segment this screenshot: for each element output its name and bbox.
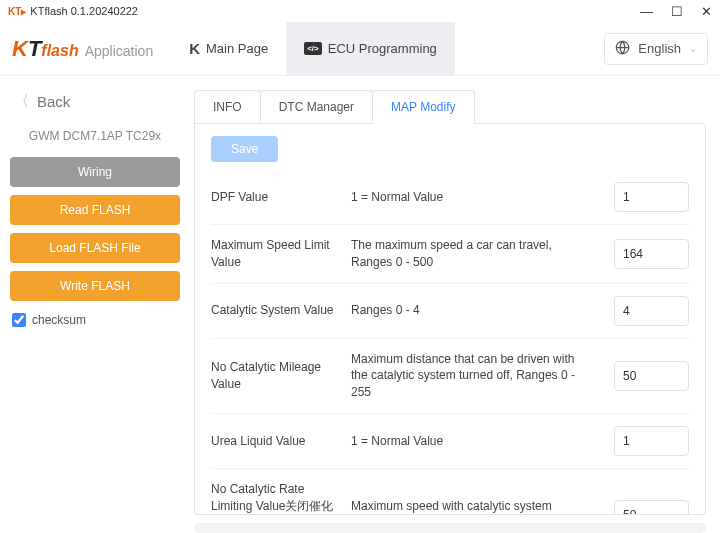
field-desc: Ranges 0 - 4 bbox=[351, 302, 604, 319]
k-icon: K bbox=[189, 40, 200, 57]
language-value: English bbox=[638, 41, 681, 56]
logo-mark: KTflash bbox=[12, 36, 79, 62]
wiring-button[interactable]: Wiring bbox=[10, 157, 180, 187]
field-row: No Catalytic Mileage ValueMaximum distan… bbox=[211, 339, 689, 414]
window-controls: — ☐ ✕ bbox=[640, 4, 712, 19]
window-titlebar: KT▸ KTflash 0.1.20240222 — ☐ ✕ bbox=[0, 0, 720, 22]
chevron-down-icon: ⌄ bbox=[689, 43, 697, 54]
read-flash-button[interactable]: Read FLASH bbox=[10, 195, 180, 225]
sidebar: 〈 Back GWM DCM7.1AP TC29x Wiring Read FL… bbox=[0, 76, 190, 533]
minimize-button[interactable]: — bbox=[640, 4, 653, 19]
nav-label: ECU Programming bbox=[328, 41, 437, 56]
field-row: No Catalytic Rate Limiting Value关闭催化系统时的… bbox=[211, 469, 689, 515]
tab-bar: INFO DTC Manager MAP Modify bbox=[194, 90, 706, 124]
checksum-checkbox[interactable] bbox=[12, 313, 26, 327]
top-bar: KTflash Application K Main Page </> ECU … bbox=[0, 22, 720, 76]
field-input[interactable] bbox=[614, 361, 689, 391]
top-nav: K Main Page </> ECU Programming bbox=[171, 22, 455, 75]
field-row: Urea Liquid Value1 = Normal Value bbox=[211, 414, 689, 469]
field-row: DPF Value1 = Normal Value bbox=[211, 170, 689, 225]
nav-main-page[interactable]: K Main Page bbox=[171, 22, 286, 75]
chevron-left-icon: 〈 bbox=[14, 92, 29, 111]
field-row: Maximum Speed Limit ValueThe maximum spe… bbox=[211, 225, 689, 284]
field-desc: 1 = Normal Value bbox=[351, 189, 604, 206]
field-desc: Maximum distance that can be driven with… bbox=[351, 351, 604, 401]
field-input[interactable] bbox=[614, 500, 689, 515]
field-input[interactable] bbox=[614, 182, 689, 212]
save-button[interactable]: Save bbox=[211, 136, 278, 162]
nav-ecu-programming[interactable]: </> ECU Programming bbox=[286, 22, 455, 75]
tab-content: Save DPF Value1 = Normal ValueMaximum Sp… bbox=[194, 123, 706, 515]
horizontal-scrollbar[interactable] bbox=[194, 523, 706, 533]
write-flash-button[interactable]: Write FLASH bbox=[10, 271, 180, 301]
window-title: KTflash 0.1.20240222 bbox=[30, 5, 138, 17]
field-label: No Catalytic Rate Limiting Value关闭催化系统时的… bbox=[211, 481, 341, 515]
nav-label: Main Page bbox=[206, 41, 268, 56]
field-input[interactable] bbox=[614, 239, 689, 269]
checksum-label: checksum bbox=[32, 313, 86, 327]
maximize-button[interactable]: ☐ bbox=[671, 4, 683, 19]
back-button[interactable]: 〈 Back bbox=[10, 90, 180, 113]
field-label: DPF Value bbox=[211, 189, 341, 206]
field-input[interactable] bbox=[614, 296, 689, 326]
field-label: Catalytic System Value bbox=[211, 302, 341, 319]
chip-icon: </> bbox=[304, 42, 322, 55]
main-panel: INFO DTC Manager MAP Modify Save DPF Val… bbox=[190, 76, 720, 533]
language-select[interactable]: English ⌄ bbox=[604, 33, 708, 65]
checksum-row[interactable]: checksum bbox=[10, 313, 180, 327]
field-desc: Maximum speed with catalytic system swit… bbox=[351, 498, 604, 515]
globe-icon bbox=[615, 40, 630, 58]
field-label: Urea Liquid Value bbox=[211, 433, 341, 450]
field-input[interactable] bbox=[614, 426, 689, 456]
field-label: No Catalytic Mileage Value bbox=[211, 359, 341, 393]
logo: KTflash Application bbox=[12, 36, 153, 62]
field-label: Maximum Speed Limit Value bbox=[211, 237, 341, 271]
app-icon: KT▸ bbox=[8, 6, 26, 17]
load-flash-button[interactable]: Load FLASH File bbox=[10, 233, 180, 263]
tab-map-modify[interactable]: MAP Modify bbox=[372, 90, 474, 124]
field-desc: The maximum speed a car can travel, Rang… bbox=[351, 237, 604, 271]
field-desc: 1 = Normal Value bbox=[351, 433, 604, 450]
ecu-model: GWM DCM7.1AP TC29x bbox=[10, 129, 180, 143]
tab-info[interactable]: INFO bbox=[194, 90, 261, 124]
tab-dtc[interactable]: DTC Manager bbox=[260, 90, 373, 124]
logo-subtitle: Application bbox=[85, 43, 154, 59]
field-row: Catalytic System ValueRanges 0 - 4 bbox=[211, 284, 689, 339]
back-label: Back bbox=[37, 93, 70, 110]
close-button[interactable]: ✕ bbox=[701, 4, 712, 19]
